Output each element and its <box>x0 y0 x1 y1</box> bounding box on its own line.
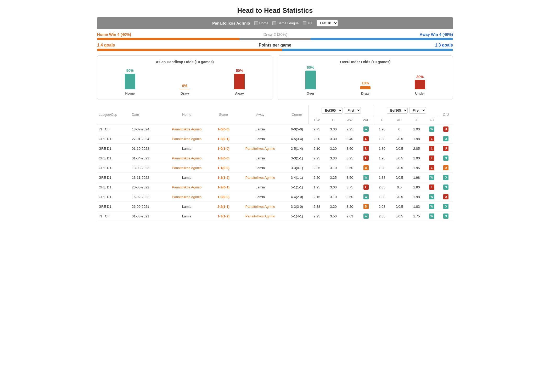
col-ah: AH <box>390 116 408 124</box>
hw-cell: 2.15 <box>309 192 325 202</box>
away-team-link[interactable]: Panaitolikos Agrinio <box>245 147 275 151</box>
a-cell: 1.95 <box>408 163 425 173</box>
score-cell: 1-3(1-2) <box>212 173 235 182</box>
wl-badge: W <box>363 126 369 132</box>
home-team-link[interactable]: Panaitolikos Agrinio <box>172 195 201 199</box>
ht-checkbox[interactable] <box>303 21 306 25</box>
score-cell: 1-1(0-0) <box>212 163 235 173</box>
score-value: 1-2(0-1) <box>217 185 229 189</box>
odds-sections: Asian Handicap Odds (10 games) 50% Home … <box>97 55 453 100</box>
d-cell: 3.50 <box>325 211 342 221</box>
ah2-badge: W <box>429 126 434 132</box>
league-cell: GRE D1 <box>97 163 130 173</box>
away-team-link[interactable]: Panaitolikos Agrinio <box>245 176 275 180</box>
ou-draw-rect <box>360 86 371 89</box>
ah-away-label: Away <box>235 91 244 95</box>
bar-goals-home <box>97 49 282 51</box>
ou-cell: O <box>439 211 453 221</box>
home-team-link[interactable]: Panaitolikos Agrinio <box>172 166 201 170</box>
d-cell: 3.30 <box>325 134 342 144</box>
h-cell: 2.03 <box>374 202 390 211</box>
ou-over-rect <box>305 71 316 89</box>
ah-home-label: Home <box>125 91 135 95</box>
ah2-badge: W <box>429 194 434 199</box>
goals-left: 1.4 goals <box>97 43 115 48</box>
home-checkbox[interactable] <box>254 21 258 25</box>
table-wrapper: League/Cup Date Home Score Away Corner B… <box>97 105 453 221</box>
a-cell: 1.75 <box>408 211 425 221</box>
draw-label: Draw 2 (20%) <box>263 32 288 37</box>
a-cell: 1.83 <box>408 202 425 211</box>
away-team-link[interactable]: Panaitolikos Agrinio <box>245 214 275 218</box>
home-cell: Lamia <box>162 144 212 153</box>
aw-cell: 3.20 <box>342 202 358 211</box>
away-team-link[interactable]: Panaitolikos Agrinio <box>245 205 275 209</box>
ah-draw-pct: 0% <box>182 84 187 88</box>
ou-cell: O <box>439 202 453 211</box>
home-team-link[interactable]: Panaitolikos Agrinio <box>172 137 201 141</box>
last-n-dropdown[interactable]: Last 10 Last 5 Last 20 All <box>317 20 338 26</box>
home-team-link[interactable]: Panaitolikos Agrinio <box>172 127 201 131</box>
ah2-cell: W <box>425 124 439 134</box>
ou-badge: O <box>443 136 448 141</box>
filter-team-name: Panaitolikos Agrinio <box>212 21 250 25</box>
ah2-badge: L <box>429 146 434 151</box>
hw-cell: 1.95 <box>309 182 325 192</box>
date-cell: 13-03-2023 <box>130 163 162 173</box>
h-cell: 1.80 <box>374 144 390 153</box>
hw-cell: 2.25 <box>309 163 325 173</box>
date-cell: 20-03-2022 <box>130 182 162 192</box>
ah-cell: 0/0.5 <box>390 134 408 144</box>
corner-cell: 6-0(5-0) <box>285 124 308 134</box>
a-cell: 1.80 <box>408 182 425 192</box>
score-cell: 1-0(0-0) <box>212 192 235 202</box>
league-cell: GRE D1 <box>97 134 130 144</box>
home-cell: Panaitolikos Agrinio <box>162 182 212 192</box>
bet365-select-2[interactable]: Bet365 <box>387 107 408 114</box>
result-bar-container: Home Win 4 (40%) Draw 2 (20%) Away Win 4… <box>97 32 453 40</box>
hw-cell: 2.25 <box>309 153 325 163</box>
wl-cell: D <box>358 202 374 211</box>
ou-cell: U <box>439 124 453 134</box>
ou-cell: O <box>439 173 453 182</box>
home-team-link[interactable]: Panaitolikos Agrinio <box>172 185 201 189</box>
a-cell: 1.98 <box>408 134 425 144</box>
home-cell: Lamia <box>162 202 212 211</box>
ah2-badge: W <box>429 175 434 180</box>
filter-ht[interactable]: HT <box>303 21 312 25</box>
corner-cell: 5-1(4-1) <box>285 211 308 221</box>
ou-badge: U <box>443 146 448 151</box>
home-team: Lamia <box>182 214 191 218</box>
filter-same-league[interactable]: Same League <box>272 21 299 25</box>
score-cell: 1-0(0-0) <box>212 124 235 134</box>
ou-badge: O <box>443 214 448 219</box>
home-cell: Lamia <box>162 173 212 182</box>
first-select-2[interactable]: First <box>409 107 426 114</box>
table-row: GRE D1 16-02-2022 Panaitolikos Agrinio 1… <box>97 192 453 202</box>
page-title: Head to Head Statistics <box>97 3 453 17</box>
away-cell: Panaitolikos Agrinio <box>235 211 285 221</box>
home-team-link[interactable]: Panaitolikos Agrinio <box>172 156 201 160</box>
ou-badge: O <box>443 204 448 209</box>
filter-home[interactable]: Home <box>254 21 268 25</box>
ou-under-label: Under <box>415 91 425 95</box>
ah-draw-bar: 0% Draw <box>179 84 190 95</box>
away-cell: Panaitolikos Agrinio <box>235 144 285 153</box>
col-date: Date <box>130 105 162 124</box>
home-cell: Panaitolikos Agrinio <box>162 153 212 163</box>
table-row: GRE D1 26-09-2021 Lamia 2-2(1-1) Panaito… <box>97 202 453 211</box>
league-cell: INT CF <box>97 211 130 221</box>
bet365-select-1[interactable]: Bet365 <box>322 107 343 114</box>
col-home: Home <box>162 105 212 124</box>
same-league-checkbox[interactable] <box>272 21 276 25</box>
away-cell: Panaitolikos Agrinio <box>235 202 285 211</box>
col-ah2: AH <box>425 116 439 124</box>
ah-draw-rect <box>179 89 190 89</box>
wl-cell: L <box>358 182 374 192</box>
ah-home-pct: 50% <box>126 68 134 73</box>
wl-cell: L <box>358 134 374 144</box>
ah-cell: 0/0.5 <box>390 202 408 211</box>
filter-bar: Panaitolikos Agrinio Home Same League HT… <box>97 17 453 29</box>
first-select-1[interactable]: First <box>344 107 361 114</box>
ou-over-label: Over <box>307 91 315 95</box>
